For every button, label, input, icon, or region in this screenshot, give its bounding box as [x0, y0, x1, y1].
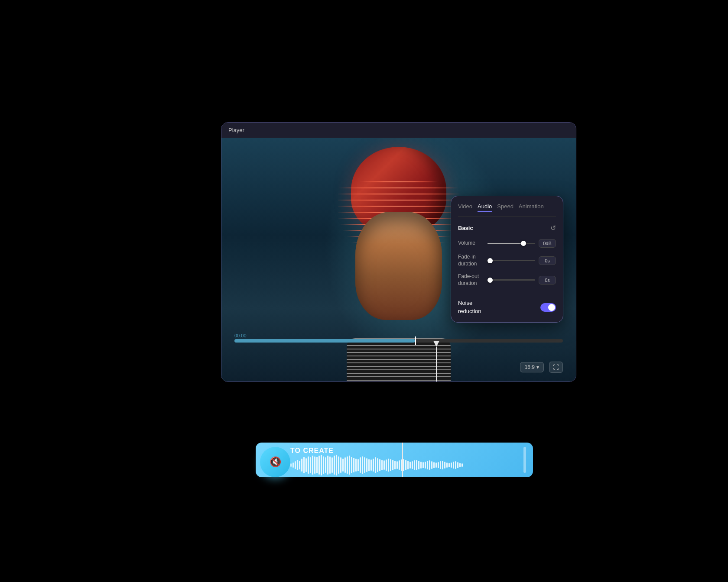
waveform-bar	[422, 462, 424, 468]
waveform-bar	[451, 462, 452, 468]
waveform-bar	[427, 461, 428, 469]
waveform-bar	[425, 462, 426, 469]
waveform-bar	[310, 457, 311, 473]
waveform-bar	[370, 459, 372, 471]
audio-playhead	[400, 443, 405, 477]
volume-label: Volume	[458, 240, 484, 247]
waveform-bar	[416, 460, 417, 470]
waveform-bar	[412, 461, 413, 469]
waveform-bar	[381, 460, 383, 470]
waveform-bar	[308, 456, 309, 474]
volume-fill	[488, 243, 523, 244]
waveform-bar	[392, 460, 393, 470]
audio-needle-line	[402, 443, 403, 477]
main-scene: Player	[169, 96, 559, 486]
waveform-bar	[344, 457, 346, 473]
fade-in-thumb[interactable]	[488, 258, 493, 263]
waveform-bar	[379, 459, 380, 471]
waveform-bar	[312, 456, 313, 475]
waveform-bar	[321, 455, 322, 475]
waveform-bar	[323, 456, 324, 474]
mute-button[interactable]: 🔇	[260, 447, 290, 477]
waveform-bar	[390, 459, 391, 471]
fade-in-control-row: Fade-in duration 0s	[458, 254, 556, 267]
waveform-bar	[410, 462, 411, 469]
fade-out-control-row: Fade-out duration 0s	[458, 273, 556, 287]
face-area	[355, 212, 442, 320]
waveform-bar	[368, 459, 370, 471]
waveform-bar	[442, 461, 443, 469]
waveform-bar	[299, 461, 300, 469]
needle-line	[436, 347, 437, 382]
waveform-bar	[377, 458, 378, 472]
waveform-bar	[405, 460, 406, 470]
waveform-bar	[384, 460, 385, 470]
player-title: Player	[228, 127, 244, 133]
waveform-bar	[358, 459, 359, 471]
waveform-bar	[340, 457, 341, 473]
waveform-bar	[436, 462, 437, 468]
fade-out-thumb[interactable]	[488, 278, 493, 283]
tab-video[interactable]: Video	[458, 203, 472, 212]
waveform-bar	[334, 456, 335, 475]
section-label: Basic	[458, 225, 473, 231]
waveform-bar	[355, 459, 357, 472]
tab-speed[interactable]: Speed	[497, 203, 514, 212]
waveform-bar	[362, 456, 363, 474]
player-controls: 16:9 ▾ ⛶	[520, 362, 563, 373]
timeline-playhead	[415, 336, 416, 345]
waveform-bar	[342, 459, 344, 472]
waveform-bar	[295, 461, 296, 469]
timeline-time: 00:00	[234, 333, 247, 338]
waveform-bar	[433, 462, 435, 468]
volume-slider[interactable]	[488, 243, 535, 244]
waveform-bar	[364, 457, 365, 473]
tab-animation[interactable]: Animation	[519, 203, 544, 212]
waveform-bar	[457, 462, 458, 468]
fade-out-slider[interactable]	[488, 279, 535, 281]
fade-in-slider[interactable]	[488, 260, 535, 261]
waveform-bar	[338, 456, 339, 474]
fullscreen-button[interactable]: ⛶	[549, 362, 563, 373]
waveform-bar	[414, 460, 415, 470]
waveform-bar	[303, 457, 305, 473]
player-titlebar: Player	[221, 123, 576, 138]
waveform-bar	[353, 458, 354, 472]
aspect-ratio-button[interactable]: 16:9 ▾	[520, 362, 544, 372]
reset-icon[interactable]: ↺	[550, 224, 556, 232]
waveform-bar	[394, 461, 396, 469]
waveform-bar	[297, 460, 298, 470]
noise-reduction-toggle[interactable]	[540, 303, 556, 312]
panel-tabs: Video Audio Speed Animation	[458, 203, 556, 217]
waveform-bar	[455, 461, 456, 469]
noise-row: Noise reduction	[458, 299, 556, 315]
timeline-bar[interactable]	[234, 339, 563, 343]
volume-value: 0dB	[539, 239, 556, 248]
waveform-bar	[375, 457, 376, 473]
audio-track-container: 🔇 🎵 TO CREATE	[238, 443, 533, 477]
noise-label: Noise reduction	[458, 299, 481, 315]
waveform-bar	[332, 457, 333, 473]
section-title: Basic ↺	[458, 224, 556, 232]
waveform-bar	[431, 461, 432, 469]
waveform-bar	[446, 462, 448, 468]
volume-thumb[interactable]	[521, 241, 526, 246]
waveform-bar	[347, 456, 348, 474]
waveform-bar	[386, 459, 387, 471]
waveform-bar	[301, 459, 302, 472]
fade-out-value: 0s	[539, 276, 556, 285]
waveform-bar	[444, 462, 445, 469]
tab-audio[interactable]: Audio	[478, 203, 492, 212]
video-playhead	[433, 341, 439, 382]
waveform-bar	[396, 461, 398, 469]
waveform-bar	[438, 462, 439, 468]
waveform-bar	[306, 458, 307, 472]
waveform-bar	[318, 456, 320, 475]
waveform-bar	[292, 462, 294, 468]
toggle-knob	[548, 304, 555, 311]
waveform-bar	[290, 463, 292, 467]
waveform-bar	[418, 461, 419, 469]
waveform-bar	[329, 456, 331, 474]
audio-track-end	[523, 447, 526, 473]
waveform-bar	[448, 463, 450, 467]
